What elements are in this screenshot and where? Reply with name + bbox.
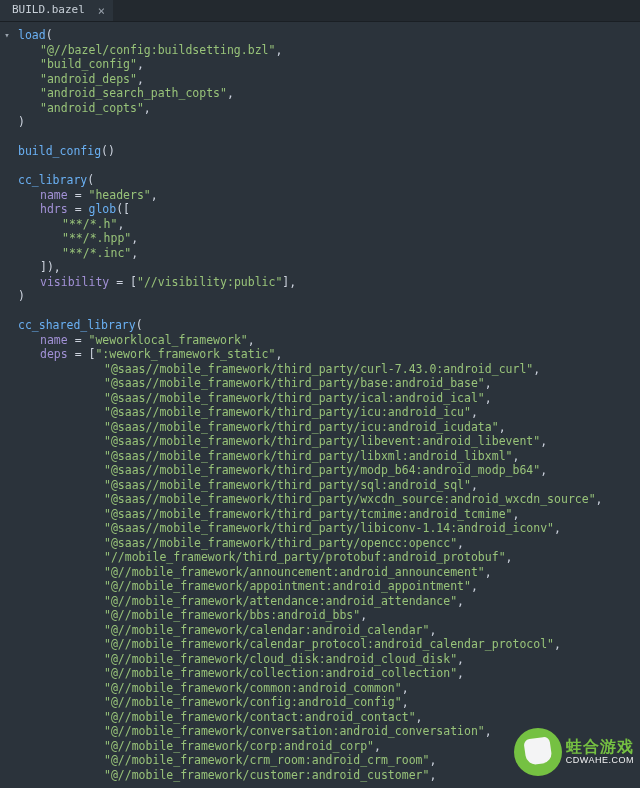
code-line[interactable]: deps = [":wework_framework_static", [18, 347, 636, 362]
code-line[interactable]: "@//mobile_framework/attendance:android_… [18, 594, 636, 609]
code-line[interactable]: "@//mobile_framework/contact:android_con… [18, 710, 636, 725]
code-line[interactable]: "@saas//mobile_framework/third_party/icu… [18, 405, 636, 420]
code-line[interactable]: "@saas//mobile_framework/third_party/lib… [18, 521, 636, 536]
code-line[interactable]: name = "weworklocal_framework", [18, 333, 636, 348]
code-line[interactable]: ) [18, 289, 636, 304]
code-line[interactable]: "**/*.h", [18, 217, 636, 232]
code-line[interactable]: load( [18, 28, 636, 43]
code-line[interactable]: "@//mobile_framework/calendar_protocol:a… [18, 637, 636, 652]
code-line[interactable]: "@//mobile_framework/common:android_comm… [18, 681, 636, 696]
code-line[interactable]: "@//mobile_framework/announcement:androi… [18, 565, 636, 580]
code-line[interactable]: "@//mobile_framework/calendar:android_ca… [18, 623, 636, 638]
code-line[interactable]: "android_copts", [18, 101, 636, 116]
code-line[interactable]: "@saas//mobile_framework/third_party/ica… [18, 391, 636, 406]
code-line[interactable]: "@saas//mobile_framework/third_party/sql… [18, 478, 636, 493]
code-area[interactable]: load("@//bazel/config:buildsetting.bzl",… [14, 22, 640, 788]
close-icon[interactable]: × [98, 5, 105, 17]
code-line[interactable]: ) [18, 115, 636, 130]
code-line[interactable]: build_config() [18, 144, 636, 159]
code-line[interactable]: cc_shared_library( [18, 318, 636, 333]
fold-gutter: ▾ [0, 22, 14, 788]
watermark: 蛙合游戏 CDWAHE.COM [514, 728, 634, 776]
code-line[interactable]: "@//mobile_framework/collection:android_… [18, 666, 636, 681]
code-line[interactable]: "@saas//mobile_framework/third_party/mod… [18, 463, 636, 478]
fold-toggle[interactable]: ▾ [0, 28, 14, 43]
code-line[interactable]: "@saas//mobile_framework/third_party/ope… [18, 536, 636, 551]
code-line[interactable]: "@saas//mobile_framework/third_party/lib… [18, 434, 636, 449]
code-line[interactable]: ]), [18, 260, 636, 275]
watermark-url: CDWAHE.COM [566, 756, 634, 766]
watermark-logo-icon [514, 728, 562, 776]
code-line[interactable] [18, 304, 636, 319]
code-line[interactable]: name = "headers", [18, 188, 636, 203]
code-line[interactable]: "@saas//mobile_framework/third_party/bas… [18, 376, 636, 391]
code-line[interactable]: "build_config", [18, 57, 636, 72]
code-line[interactable] [18, 159, 636, 174]
code-line[interactable]: "@//mobile_framework/config:android_conf… [18, 695, 636, 710]
code-line[interactable]: "@saas//mobile_framework/third_party/tcm… [18, 507, 636, 522]
code-line[interactable]: "@//mobile_framework/bbs:android_bbs", [18, 608, 636, 623]
code-line[interactable]: "@//mobile_framework/appointment:android… [18, 579, 636, 594]
code-line[interactable]: "@saas//mobile_framework/third_party/wxc… [18, 492, 636, 507]
code-line[interactable]: "//mobile_framework/third_party/protobuf… [18, 550, 636, 565]
code-line[interactable] [18, 130, 636, 145]
watermark-title: 蛙合游戏 [566, 738, 634, 756]
tab-bar: BUILD.bazel × [0, 0, 640, 22]
code-line[interactable]: "android_search_path_copts", [18, 86, 636, 101]
code-line[interactable]: cc_library( [18, 173, 636, 188]
code-line[interactable]: "@//mobile_framework/cloud_disk:android_… [18, 652, 636, 667]
code-line[interactable]: "@//bazel/config:buildsetting.bzl", [18, 43, 636, 58]
code-line[interactable]: hdrs = glob([ [18, 202, 636, 217]
code-line[interactable]: "android_deps", [18, 72, 636, 87]
code-line[interactable]: visibility = ["//visibility:public"], [18, 275, 636, 290]
code-line[interactable]: "**/*.inc", [18, 246, 636, 261]
tab-build-bazel[interactable]: BUILD.bazel × [0, 0, 113, 21]
editor[interactable]: ▾ load("@//bazel/config:buildsetting.bzl… [0, 22, 640, 788]
code-line[interactable]: "@saas//mobile_framework/third_party/lib… [18, 449, 636, 464]
code-line[interactable]: "**/*.hpp", [18, 231, 636, 246]
tab-title: BUILD.bazel [12, 3, 85, 18]
code-line[interactable]: "@saas//mobile_framework/third_party/cur… [18, 362, 636, 377]
code-line[interactable]: "@saas//mobile_framework/third_party/icu… [18, 420, 636, 435]
